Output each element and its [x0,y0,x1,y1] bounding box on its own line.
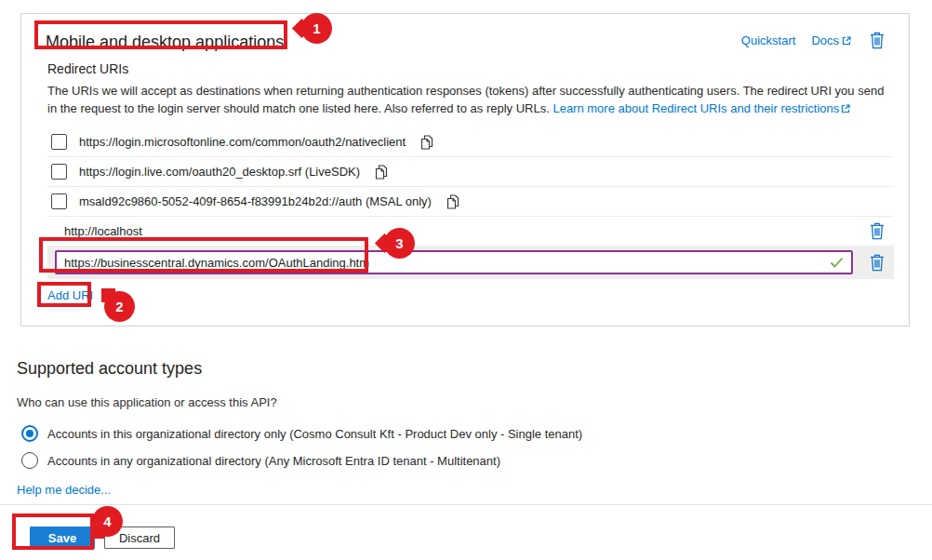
add-uri-link[interactable]: Add URI [47,288,93,302]
discard-button[interactable]: Discard [104,527,175,549]
redirect-uris-description: The URIs we will accept as destinations … [47,83,896,117]
supported-account-types-heading: Supported account types [17,359,202,379]
quickstart-link[interactable]: Quickstart [741,33,796,47]
redirect-uri-list: https://login.microsoftonline.com/common… [47,127,894,279]
copy-icon[interactable] [419,134,434,151]
suggested-uri-row: msald92c9860-5052-409f-8654-f83991b24b2d… [47,187,894,217]
suggested-uri-row: https://login.microsoftonline.com/common… [47,127,894,157]
uri-input[interactable] [64,256,830,270]
delete-platform-button[interactable] [868,31,886,50]
redirect-uris-card: Mobile and desktop applications Redirect… [20,13,910,327]
saved-uri-row: http://localhost [47,217,894,246]
radio-selected-icon[interactable] [21,425,38,442]
radio-unselected-icon[interactable] [21,452,38,469]
uri-checkbox[interactable] [51,164,67,180]
external-link-icon [840,103,851,114]
uri-text: msald92c9860-5052-409f-8654-f83991b24b2d… [79,194,432,208]
account-type-option-multitenant[interactable]: Accounts in any organizational directory… [21,452,500,469]
learn-more-link[interactable]: Learn more about Redirect URIs and their… [553,100,851,118]
uri-input-wrap [55,250,853,274]
uri-text: https://login.live.com/oauth20_desktop.s… [79,165,360,179]
uri-text: https://login.microsoftonline.com/common… [79,135,406,149]
page-title: Mobile and desktop applications [46,33,284,52]
valid-check-icon [830,257,844,269]
delete-uri-button[interactable] [868,221,886,241]
redirect-uris-subtitle: Redirect URIs [47,61,128,76]
trash-icon [868,31,886,50]
account-type-option-single-tenant[interactable]: Accounts in this organizational director… [21,425,582,442]
new-uri-row [47,246,894,279]
help-me-decide-link[interactable]: Help me decide... [17,483,111,497]
uri-checkbox[interactable] [51,193,67,209]
card-header-actions: Quickstart Docs [741,31,886,50]
delete-uri-button[interactable] [868,253,886,273]
copy-icon[interactable] [373,164,389,180]
save-button[interactable]: Save [30,527,95,549]
suggested-uri-row: https://login.live.com/oauth20_desktop.s… [47,157,894,187]
uri-text: http://localhost [64,224,142,238]
account-types-question: Who can use this application or access t… [17,395,277,409]
uri-checkbox[interactable] [51,134,67,150]
copy-icon[interactable] [445,193,460,210]
docs-link[interactable]: Docs [811,33,852,47]
external-link-icon [841,35,852,47]
footer-divider [0,504,932,505]
trash-icon [868,253,886,273]
trash-icon [868,221,886,241]
